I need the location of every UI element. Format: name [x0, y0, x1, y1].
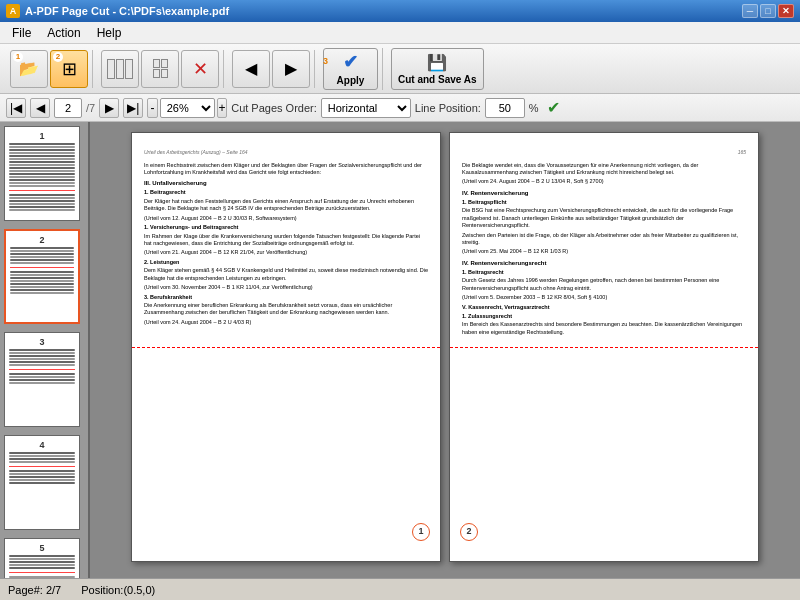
window-controls: ─ □ ✕ — [742, 4, 794, 18]
left-document-page: Urteil des Arbeitsgerichts (Auszug) – Se… — [131, 132, 441, 562]
thumb-content-3 — [9, 349, 75, 422]
menu-bar: File Action Help — [0, 22, 800, 44]
page-circle-left: 1 — [412, 523, 430, 541]
layout-icon — [153, 59, 168, 78]
menu-file[interactable]: File — [4, 24, 39, 42]
open-button[interactable]: 1 📂 — [10, 50, 48, 88]
nav-tools: ◀ ▶ — [228, 50, 315, 88]
page-tools: ✕ — [97, 50, 224, 88]
right-document-page: 165 Die Beklagte wendet ein, dass die Vo… — [449, 132, 759, 562]
apply-icon: ✔ — [343, 51, 358, 73]
zoom-controls: - 26%50%75%100% + — [147, 98, 227, 118]
zoom-in-button[interactable]: + — [217, 98, 228, 118]
document-area: Urteil des Arbeitsgerichts (Auszug) – Se… — [90, 122, 800, 578]
thumbnail-panel: 1 2 — [0, 122, 90, 578]
first-page-button[interactable]: |◀ — [6, 98, 26, 118]
next-page-button[interactable]: ▶ — [272, 50, 310, 88]
menu-help[interactable]: Help — [89, 24, 130, 42]
percent-sign: % — [529, 102, 539, 114]
page-layout-button[interactable] — [141, 50, 179, 88]
line-position-input[interactable] — [485, 98, 525, 118]
line-pos-label: Line Position: — [415, 102, 481, 114]
save-label: Cut and Save As — [398, 74, 477, 85]
open-icon: 📂 — [19, 59, 39, 78]
left-page-text: In einem Rechtsstreit zwischen dem Kläge… — [144, 162, 428, 327]
nav-bar: |◀ ◀ /7 ▶ ▶| - 26%50%75%100% + Cut Pages… — [0, 94, 800, 122]
thumb-content-5 — [9, 555, 75, 578]
thumbnail-page-3[interactable]: 3 — [4, 332, 84, 427]
file-tools: 1 📂 2 ⊞ — [6, 50, 93, 88]
step-number-2: 2 — [53, 52, 63, 62]
apply-button[interactable]: ✔ Apply — [323, 48, 378, 90]
horizontal-cut-line — [132, 347, 440, 348]
page-style-icon — [107, 59, 133, 79]
zoom-select[interactable]: 26%50%75%100% — [160, 98, 215, 118]
thumb-frame-2: 2 — [4, 229, 80, 324]
title-text: A-PDF Page Cut - C:\PDFs\example.pdf — [25, 5, 742, 17]
next-nav-button[interactable]: ▶ — [99, 98, 119, 118]
cut-pages-select[interactable]: HorizontalVertical — [321, 98, 411, 118]
prev-nav-button[interactable]: ◀ — [30, 98, 50, 118]
cut-grid-button[interactable]: 2 ⊞ — [50, 50, 88, 88]
thumb-frame-3: 3 — [4, 332, 80, 427]
step3-group: 3 ✔ Apply — [319, 48, 383, 90]
thumb-frame-5: 5 — [4, 538, 80, 578]
floppy-icon: 💾 — [427, 53, 447, 72]
step-number: 1 — [13, 52, 23, 62]
thumbnail-page-4[interactable]: 4 — [4, 435, 84, 530]
thumb-number-4: 4 — [9, 440, 75, 450]
page-style-button[interactable] — [101, 50, 139, 88]
step3-label: 3 — [323, 56, 328, 66]
save-button[interactable]: 💾 Cut and Save As — [391, 48, 484, 90]
menu-action[interactable]: Action — [39, 24, 88, 42]
thumb-number-5: 5 — [9, 543, 75, 553]
position-info: Position:(0.5,0) — [81, 584, 155, 596]
title-bar: A A-PDF Page Cut - C:\PDFs\example.pdf ─… — [0, 0, 800, 22]
horizontal-cut-line-right — [450, 347, 758, 348]
right-page-text: Die Beklagte wendet ein, dass die Voraus… — [462, 162, 746, 337]
prev-page-button[interactable]: ◀ — [232, 50, 270, 88]
zoom-out-button[interactable]: - — [147, 98, 158, 118]
main-content: 1 2 — [0, 122, 800, 578]
toolbar: 1 📂 2 ⊞ — [0, 44, 800, 94]
last-page-button[interactable]: ▶| — [123, 98, 143, 118]
left-page-header: Urteil des Arbeitsgerichts (Auszug) – Se… — [144, 149, 428, 156]
page-info: Page#: 2/7 — [8, 584, 61, 596]
cut-pages-label: Cut Pages Order: — [231, 102, 317, 114]
page-separator: /7 — [86, 102, 95, 114]
status-bar: Page#: 2/7 Position:(0.5,0) — [0, 578, 800, 600]
thumb-number-1: 1 — [9, 131, 75, 141]
delete-cut-button[interactable]: ✕ — [181, 50, 219, 88]
thumbnail-page-1[interactable]: 1 — [4, 126, 84, 221]
thumbnail-page-5[interactable]: 5 — [4, 538, 84, 578]
page-number-input[interactable] — [54, 98, 82, 118]
thumb-content-1 — [9, 143, 75, 216]
left-arrow-icon: ◀ — [245, 59, 257, 78]
confirm-button[interactable]: ✔ — [543, 98, 565, 118]
right-arrow-icon: ▶ — [285, 59, 297, 78]
grid-icon: ⊞ — [62, 58, 77, 80]
minimize-button[interactable]: ─ — [742, 4, 758, 18]
thumb-content-2 — [10, 247, 74, 318]
maximize-button[interactable]: □ — [760, 4, 776, 18]
page-circle-right: 2 — [460, 523, 478, 541]
app-icon: A — [6, 4, 20, 18]
apply-label: Apply — [337, 75, 365, 86]
thumb-number-3: 3 — [9, 337, 75, 347]
thumb-frame-1: 1 — [4, 126, 80, 221]
thumb-number-2: 2 — [10, 235, 74, 245]
thumb-frame-4: 4 — [4, 435, 80, 530]
save-group: 💾 Cut and Save As — [387, 48, 488, 90]
close-button[interactable]: ✕ — [778, 4, 794, 18]
delete-icon: ✕ — [193, 58, 208, 80]
thumbnail-page-2[interactable]: 2 — [4, 229, 84, 324]
right-page-header: 165 — [462, 149, 746, 156]
thumb-content-4 — [9, 452, 75, 525]
